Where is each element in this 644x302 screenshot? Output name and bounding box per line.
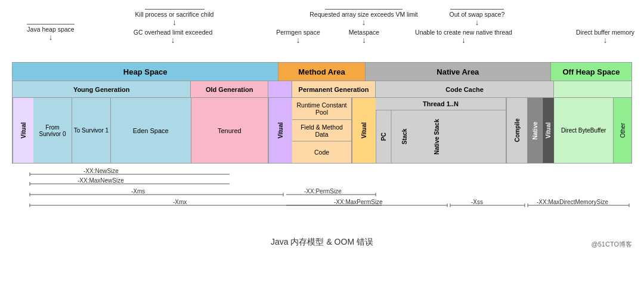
virtual1-cell: Vitual <box>13 98 33 163</box>
main-container: Java heap space ↓ Kill process or sacrif… <box>0 0 644 254</box>
young-gen-header: Young Generation <box>13 81 191 97</box>
svg-text:-XX:MaxDirectMemorySize: -XX:MaxDirectMemorySize <box>537 199 608 205</box>
offheap-header: Off Heap Space <box>551 63 631 81</box>
heap-space-header: Heap Space <box>13 63 278 81</box>
native-stack-cell: Native Stack <box>417 110 456 163</box>
pc-cell: PC <box>376 110 391 163</box>
native-content-area: Thread 1..N PC Stack Native Stack <box>376 98 506 163</box>
native-area-header: Native Area <box>366 63 551 81</box>
compile-cell: Compile <box>506 98 527 163</box>
old-gen-header: Old Generation <box>191 81 268 97</box>
svg-text:-Xmx: -Xmx <box>173 199 187 205</box>
code-cell: Code <box>292 141 351 163</box>
memory-diagram: Heap Space Method Area Native Area Off H… <box>12 62 632 164</box>
method-content-cell: Runtime Constant Pool Field & Method Dat… <box>292 98 352 163</box>
virtual2-cell: Vitual <box>268 98 292 163</box>
native-cell: Native <box>527 98 542 163</box>
offheap-subheader <box>554 81 631 97</box>
annotation-unable-thread: Unable to create new native thread ↓ <box>408 29 519 44</box>
stack-cell: Stack <box>391 110 417 163</box>
eden-cell: Eden Space <box>111 98 191 163</box>
bottom-brackets-svg: -XX:NewSize -XX:MaxNewSize -Xms -Xmx -XX… <box>12 168 632 231</box>
annotation-array-size: Requested array size exceeds VM limit ↓ <box>304 9 423 26</box>
annotation-kill-process: Kill process or sacrifice child ↓ <box>128 9 221 26</box>
sub-headers-row: Young Generation Old Generation Permanen… <box>12 81 632 98</box>
svg-text:-XX:MaxPermSize: -XX:MaxPermSize <box>334 199 383 205</box>
section-headers-row: Heap Space Method Area Native Area Off H… <box>12 62 632 81</box>
native-virtual-cell: Vitual <box>542 98 554 163</box>
field-method-cell: Field & Method Data <box>292 120 351 142</box>
annotation-out-of-swap: Out of swap space? ↓ <box>435 9 519 26</box>
code-cache-header: Code Cache <box>376 81 554 97</box>
annotation-permgen: Permgen space ↓ <box>268 29 328 44</box>
from-survivor-cell: From Survivor 0 <box>33 98 72 163</box>
to-survivor-cell: To Survivor 1 <box>72 98 111 163</box>
annotation-direct-buffer: Direct buffer memory ↓ <box>566 29 644 44</box>
tenured-cell: Tenured <box>191 98 269 163</box>
method-virtual-cell: Vitual <box>352 98 376 163</box>
native-sub-row: PC Stack Native Stack <box>376 110 506 163</box>
svg-text:-Xss: -Xss <box>471 199 483 205</box>
annotation-java-heap: Java heap space ↓ <box>18 24 83 41</box>
annotation-metaspace: Metaspace ↓ <box>339 29 389 44</box>
footer-title: Java 内存模型 & OOM 错误 <box>12 237 632 248</box>
svg-text:-XX:PermSize: -XX:PermSize <box>304 188 342 195</box>
perm-gen-header: Permanent Generation <box>292 81 376 97</box>
svg-text:-Xms: -Xms <box>131 188 145 195</box>
content-row: Vitual From Survivor 0 To Survivor 1 Ede… <box>12 98 632 164</box>
runtime-pool-cell: Runtime Constant Pool <box>292 98 351 120</box>
svg-text:-XX:MaxNewSize: -XX:MaxNewSize <box>78 177 124 184</box>
watermark: @51CTO博客 <box>592 240 632 249</box>
top-annotations: Java heap space ↓ Kill process or sacrif… <box>12 6 632 60</box>
heap-virtual-subheader <box>268 81 292 97</box>
svg-text:-XX:NewSize: -XX:NewSize <box>83 168 119 174</box>
method-area-header: Method Area <box>278 63 365 81</box>
bottom-annotations: -XX:NewSize -XX:MaxNewSize -Xms -Xmx -XX… <box>12 168 632 231</box>
annotation-gc-overhead: GC overhead limit exceeded ↓ <box>125 29 221 44</box>
other-cell: Other <box>614 98 631 163</box>
direct-bytebuffer-cell: Direct ByteBuffer <box>554 98 614 163</box>
